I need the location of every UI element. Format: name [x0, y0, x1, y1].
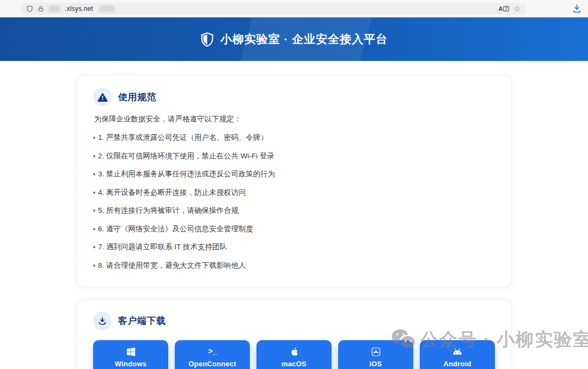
apple-logo-icon [290, 347, 298, 356]
bullet-dot [93, 228, 95, 230]
rule-text: 1. 严禁共享或泄露公司凭证（用户名、密码、令牌） [98, 133, 268, 143]
rule-text: 2. 仅限在可信网络环境下使用，禁止在公共 Wi-Fi 登录 [98, 151, 274, 161]
android-robot-icon [452, 347, 463, 356]
rule-text: 5. 所有连接行为将被审计，请确保操作合规 [98, 206, 238, 216]
usage-rules-title: 使用规范 [118, 91, 156, 103]
translate-icon[interactable]: A 文 [498, 6, 509, 11]
bullet-dot [93, 265, 95, 267]
page-title: 小柳实验室 · 企业安全接入平台 [220, 32, 388, 47]
rule-item: 2. 仅限在可信网络环境下使用，禁止在公共 Wi-Fi 登录 [93, 151, 495, 161]
download-card-header: 客户端下载 [93, 312, 495, 330]
usage-rules-card: 使用规范 为保障企业数据安全，请严格遵守以下规定： 1. 严禁共享或泄露公司凭证… [76, 75, 512, 287]
rule-text: 6. 遵守《网络安全法》及公司信息安全管理制度 [98, 224, 253, 234]
page-header: 小柳实验室 · 企业安全接入平台 [0, 17, 588, 61]
download-ios-button[interactable]: iOS [338, 340, 413, 369]
button-label: macOS [281, 360, 307, 368]
bookmark-star-icon[interactable]: ☆ [513, 5, 520, 13]
address-bar[interactable]: .xlsys.net A 文 ☆ [21, 3, 526, 15]
bullet-dot [93, 155, 95, 157]
rule-item: 1. 严禁共享或泄露公司凭证（用户名、密码、令牌） [93, 133, 495, 143]
browser-toolbar: .xlsys.net A 文 ☆ [0, 0, 588, 17]
download-macos-button[interactable]: macOS [256, 340, 332, 369]
rules-intro: 为保障企业数据安全，请严格遵守以下规定： [94, 114, 495, 124]
button-label: Android [443, 360, 471, 368]
bullet-dot [93, 173, 95, 175]
rule-item: 6. 遵守《网络安全法》及公司信息安全管理制度 [93, 224, 495, 234]
button-label: iOS [370, 360, 382, 368]
url-text[interactable]: .xlsys.net [65, 5, 93, 13]
rule-item: 7. 遇到问题请立即联系 IT 技术支持团队 [93, 242, 495, 252]
usage-rules-header: 使用规范 [93, 88, 495, 106]
rules-list: 1. 严禁共享或泄露公司凭证（用户名、密码、令牌） 2. 仅限在可信网络环境下使… [93, 133, 495, 270]
downloads-button[interactable] [572, 4, 581, 15]
app-store-icon [371, 347, 381, 356]
download-openconnect-button[interactable]: >_ OpenConnect [175, 340, 250, 369]
rule-text: 4. 离开设备时务必断开连接，防止未授权访问 [98, 188, 246, 198]
warning-triangle-icon [93, 88, 112, 106]
terminal-prompt-icon: >_ [208, 347, 217, 356]
download-buttons-row: Windows >_ OpenConnect macOS [93, 340, 495, 369]
download-android-button[interactable]: Android [420, 340, 495, 369]
half-filled-shield-icon [200, 32, 214, 47]
bullet-dot [93, 246, 95, 248]
tracking-shield-icon[interactable] [26, 5, 33, 13]
rule-text: 8. 请合理使用带宽，避免大文件下载影响他人 [98, 261, 246, 270]
padlock-icon[interactable] [38, 5, 44, 13]
rule-item: 4. 离开设备时务必断开连接，防止未授权访问 [93, 188, 495, 198]
redacted-path [99, 5, 115, 12]
main-content: 使用规范 为保障企业数据安全，请严格遵守以下规定： 1. 严禁共享或泄露公司凭证… [0, 61, 588, 369]
rule-item: 8. 请合理使用带宽，避免大文件下载影响他人 [93, 261, 495, 270]
download-tray-icon [93, 312, 112, 330]
windows-logo-icon [126, 347, 136, 356]
rule-item: 5. 所有连接行为将被审计，请确保操作合规 [93, 206, 495, 216]
download-windows-button[interactable]: Windows [93, 340, 168, 369]
bullet-dot [93, 137, 95, 139]
rule-text: 3. 禁止利用本服务从事任何违法或违反公司政策的行为 [98, 169, 275, 179]
client-download-card: 客户端下载 Windows >_ OpenConnect [76, 299, 512, 369]
bullet-dot [93, 192, 95, 194]
download-card-title: 客户端下载 [118, 315, 166, 327]
rule-item: 3. 禁止利用本服务从事任何违法或违反公司政策的行为 [93, 169, 495, 179]
bullet-dot [93, 210, 95, 212]
rule-text: 7. 遇到问题请立即联系 IT 技术支持团队 [98, 242, 227, 252]
redacted-subdomain [48, 5, 60, 12]
button-label: OpenConnect [188, 360, 236, 368]
button-label: Windows [115, 360, 146, 368]
